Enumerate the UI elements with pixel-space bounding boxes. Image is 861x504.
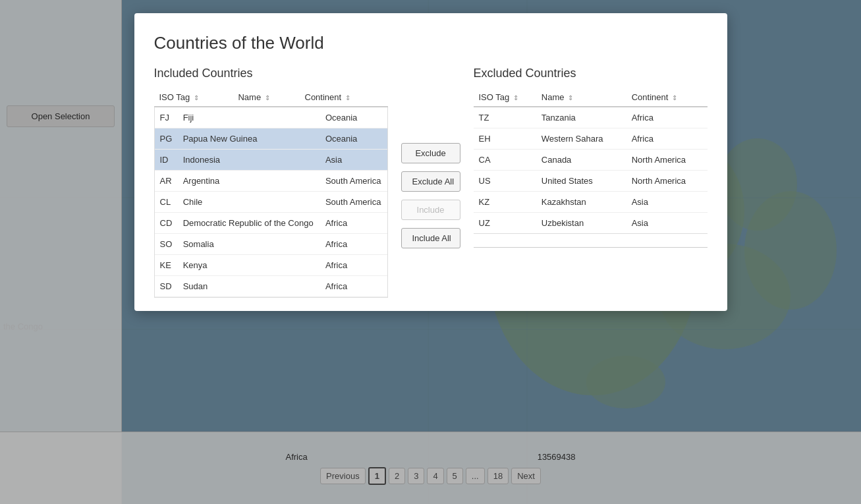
included-continent: Africa: [320, 255, 387, 276]
included-table-row[interactable]: AR Argentina South America: [155, 171, 387, 192]
included-iso: SD: [155, 276, 178, 297]
included-panel: Included Countries ISO Tag ⇕ Name ⇕: [154, 67, 388, 298]
included-name: Sudan: [178, 276, 320, 297]
included-table-row[interactable]: CD Democratic Republic of the Congo Afri…: [155, 213, 387, 234]
included-continent: Asia: [320, 150, 387, 171]
included-table-row[interactable]: CL Chile South America: [155, 192, 387, 213]
included-table-scroll[interactable]: FJ Fiji Oceania PG Papua New Guinea Ocea…: [154, 107, 388, 298]
include-button[interactable]: Include: [401, 200, 460, 220]
included-iso: AR: [155, 171, 178, 192]
excluded-continent: Africa: [626, 107, 708, 128]
included-table-row[interactable]: PG Papua New Guinea Oceania: [155, 128, 387, 150]
excluded-table-row[interactable]: KZ Kazakhstan Asia: [474, 192, 708, 213]
excluded-continent: Africa: [626, 128, 708, 150]
excluded-iso: US: [474, 171, 536, 192]
modal-body: Included Countries ISO Tag ⇕ Name ⇕: [154, 67, 708, 298]
excluded-continent: North America: [626, 150, 708, 171]
included-iso: FJ: [155, 107, 178, 128]
included-name: Chile: [178, 192, 320, 213]
excluded-name: United States: [536, 171, 626, 192]
exc-iso-tag-col-header[interactable]: ISO Tag ⇕: [474, 88, 536, 107]
excluded-continent: North America: [626, 171, 708, 192]
exc-continent-col-header[interactable]: Continent ⇕: [626, 88, 708, 107]
excluded-name: Western Sahara: [536, 128, 626, 150]
excluded-panel-bottom-line: [474, 247, 708, 254]
included-iso: KE: [155, 255, 178, 276]
excluded-iso: KZ: [474, 192, 536, 213]
excluded-iso: TZ: [474, 107, 536, 128]
exclude-all-button[interactable]: Exclude All: [401, 171, 460, 192]
included-name: Argentina: [178, 171, 320, 192]
included-name: Papua New Guinea: [178, 128, 320, 150]
exc-name-col-header[interactable]: Name ⇕: [536, 88, 626, 107]
excluded-name: Uzbekistan: [536, 213, 626, 234]
excluded-iso: UZ: [474, 213, 536, 234]
included-table-header: ISO Tag ⇕ Name ⇕ Continent ⇕: [154, 88, 388, 107]
excluded-table-row[interactable]: TZ Tanzania Africa: [474, 107, 708, 128]
excluded-continent: Asia: [626, 213, 708, 234]
exclude-button[interactable]: Exclude: [401, 143, 460, 163]
excluded-table-row[interactable]: UZ Uzbekistan Asia: [474, 213, 708, 234]
included-continent: South America: [320, 192, 387, 213]
excluded-iso: EH: [474, 128, 536, 150]
excluded-name: Canada: [536, 150, 626, 171]
included-name: Somalia: [178, 234, 320, 255]
included-table-row[interactable]: KE Kenya Africa: [155, 255, 387, 276]
name-col-header[interactable]: Name ⇕: [233, 88, 299, 107]
excluded-name: Tanzania: [536, 107, 626, 128]
included-iso: CL: [155, 192, 178, 213]
modal-overlay: Countries of the World Included Countrie…: [0, 0, 861, 504]
excluded-name: Kazakhstan: [536, 192, 626, 213]
included-continent: South America: [320, 171, 387, 192]
included-iso: CD: [155, 213, 178, 234]
modal-dialog: Countries of the World Included Countrie…: [134, 13, 727, 311]
continent-col-header[interactable]: Continent ⇕: [300, 88, 388, 107]
iso-tag-col-header[interactable]: ISO Tag ⇕: [154, 88, 233, 107]
transfer-buttons-panel: Exclude Exclude All Include Include All: [388, 67, 474, 298]
excluded-table-row[interactable]: CA Canada North America: [474, 150, 708, 171]
name-sort-arrows: ⇕: [265, 94, 270, 101]
include-all-button[interactable]: Include All: [401, 228, 460, 248]
included-table-row[interactable]: FJ Fiji Oceania: [155, 107, 387, 128]
included-continent: Africa: [320, 213, 387, 234]
excluded-iso: CA: [474, 150, 536, 171]
included-continent: Africa: [320, 276, 387, 297]
excluded-panel: Excluded Countries ISO Tag ⇕ Name ⇕: [474, 67, 708, 298]
exc-name-sort-arrows: ⇕: [568, 94, 573, 101]
included-iso: PG: [155, 128, 178, 150]
excluded-table-row[interactable]: US United States North America: [474, 171, 708, 192]
included-continent: Oceania: [320, 128, 387, 150]
iso-sort-arrows: ⇕: [194, 94, 199, 101]
excluded-panel-title: Excluded Countries: [474, 67, 708, 80]
included-table-row[interactable]: SD Sudan Africa: [155, 276, 387, 297]
included-table-row[interactable]: SO Somalia Africa: [155, 234, 387, 255]
included-table-row[interactable]: ID Indonesia Asia: [155, 150, 387, 171]
included-name: Indonesia: [178, 150, 320, 171]
excluded-continent: Asia: [626, 192, 708, 213]
included-iso: ID: [155, 150, 178, 171]
included-name: Fiji: [178, 107, 320, 128]
included-table: FJ Fiji Oceania PG Papua New Guinea Ocea…: [155, 107, 387, 297]
included-iso: SO: [155, 234, 178, 255]
included-name: Kenya: [178, 255, 320, 276]
exc-iso-sort-arrows: ⇕: [513, 94, 518, 101]
included-continent: Africa: [320, 234, 387, 255]
modal-title: Countries of the World: [154, 33, 708, 53]
included-continent: Oceania: [320, 107, 387, 128]
excluded-table: ISO Tag ⇕ Name ⇕ Continent ⇕: [474, 88, 708, 234]
included-name: Democratic Republic of the Congo: [178, 213, 320, 234]
excluded-table-row[interactable]: EH Western Sahara Africa: [474, 128, 708, 150]
exc-continent-sort-arrows: ⇕: [672, 94, 677, 101]
included-panel-title: Included Countries: [154, 67, 388, 80]
continent-sort-arrows: ⇕: [345, 94, 350, 101]
